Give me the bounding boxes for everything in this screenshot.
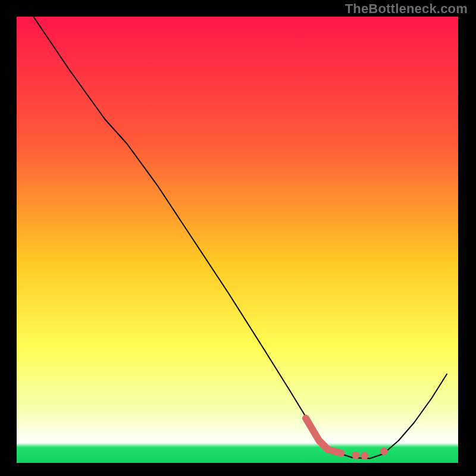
chart-svg xyxy=(0,0,476,476)
highlight-dot xyxy=(361,452,368,460)
plot-area xyxy=(17,17,458,463)
watermark-text: TheBottleneck.com xyxy=(345,1,468,17)
highlight-dot xyxy=(352,452,359,459)
highlight-dot xyxy=(380,447,388,455)
bottleneck-chart: TheBottleneck.com xyxy=(0,0,476,476)
